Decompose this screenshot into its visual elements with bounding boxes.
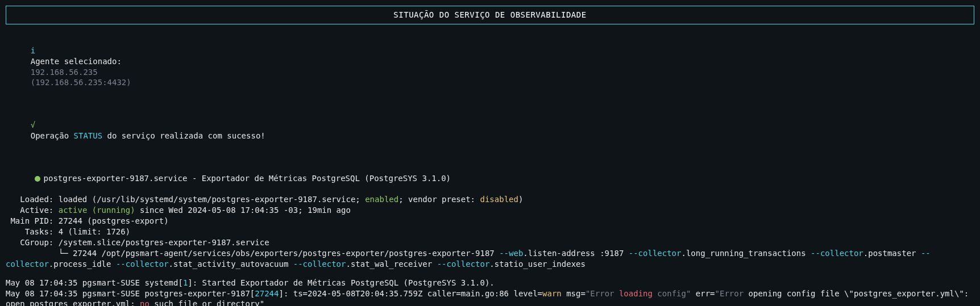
cmd-flag-value: .stat_activity_autovacuum [169,259,293,269]
cmd-flag-key: --collector [293,259,346,269]
cmd-flag-value: .process_idle [49,259,116,269]
cmd-flag-value: .statio_user_indexes [489,259,585,269]
op-name: STATUS [74,131,103,140]
loaded-suffix: ) [518,195,523,204]
cmd-flag-key: --web [499,249,523,258]
service-desc: - Exportador de Métricas PostgreSQL (Pos… [187,174,451,183]
operation-status-line: √ Operação STATUS do serviço realizada c… [11,109,974,152]
panel-title: SITUAÇÃO DO SERVIÇO DE OBSERVABILIDADE [6,6,974,24]
service-name: postgres-exporter-9187.service [44,174,188,183]
loaded-preset: disabled [480,195,518,204]
agent-line: i Agente selecionado: 192.168.56.235 (19… [11,35,974,99]
log-segment: no [140,299,150,306]
log-segment: msg= [562,289,585,298]
check-icon: √ [31,120,35,131]
log-segment: ]: ts=2024-05-08T20:04:35.759Z caller=ma… [279,289,542,298]
cgroup: CGroup: /system.slice/postgres-exporter-… [6,238,269,247]
log-block: May 08 17:04:35 pgsmart-SUSE systemd[1]:… [6,278,974,306]
cmd-flag-value: .listen-address :9187 [523,249,628,258]
cmd-flag-key: --collector [811,249,863,258]
active-state: active (running) [59,206,135,215]
loaded-mid: ; vendor preset: [398,195,480,204]
info-icon: i [31,46,35,55]
log-segment: err= [691,289,715,298]
active-since: since Wed 2024-05-08 17:04:35 -03; 19min… [135,206,351,215]
log-segment: "Error [715,289,744,298]
service-header-line: postgres-exporter-9187.service - Exporta… [6,162,974,195]
tree-glyph: └─ [6,249,73,258]
cmd-flag-value: .long_running_transactions [681,249,811,258]
active-prefix: Active: [6,206,59,215]
cmd-pid-path: 27244 /opt/pgsmart-agent/services/obs/ex… [73,249,499,258]
agent-label: Agente selecionado: [31,57,122,66]
log-segment: 27244 [255,289,279,298]
cmd-flag-key: --collector [437,259,490,269]
cmd-flag-value: .postmaster [863,249,921,258]
op-post: do serviço realizada com sucesso! [102,131,265,140]
active-dot-icon [35,176,40,182]
service-block: postgres-exporter-9187.service - Exporta… [6,162,974,270]
cmd-flag-key: --collector [629,249,682,258]
log-segment: May 08 17:04:35 pgsmart-SUSE systemd[ [6,278,183,287]
log-segment: config" [653,289,691,298]
log-segment: such file or directory" [150,299,264,306]
tasks: Tasks: 4 (limit: 1726) [6,227,130,236]
cmd-flag-value: .stat_wal_receiver [346,259,437,269]
loaded-prefix: Loaded: loaded (/usr/lib/systemd/system/… [6,195,365,204]
log-line: May 08 17:04:35 pgsmart-SUSE systemd[1]:… [6,278,974,288]
log-segment: "Error [585,289,614,298]
op-pre: Operação [31,131,74,140]
service-details: Loaded: loaded (/usr/lib/systemd/system/… [6,194,974,269]
main-pid: Main PID: 27244 (postgres-export) [6,216,169,225]
loaded-enabled: enabled [365,195,398,204]
log-segment: ]: Started Exportador de Métricas Postgr… [188,278,494,287]
log-segment: loading [614,289,653,298]
agent-address: (192.168.56.235:4432) [31,78,131,87]
log-segment: May 08 17:04:35 pgsmart-SUSE postgres-ex… [6,289,255,298]
log-line: May 08 17:04:35 pgsmart-SUSE postgres-ex… [6,288,974,306]
cmd-flag-key: --collector [116,259,169,269]
panel-title-text: SITUAÇÃO DO SERVIÇO DE OBSERVABILIDADE [393,10,586,19]
agent-ip: 192.168.56.235 [31,68,98,77]
log-segment: warn [542,289,562,298]
terminal-output: SITUAÇÃO DO SERVIÇO DE OBSERVABILIDADE i… [0,0,980,306]
